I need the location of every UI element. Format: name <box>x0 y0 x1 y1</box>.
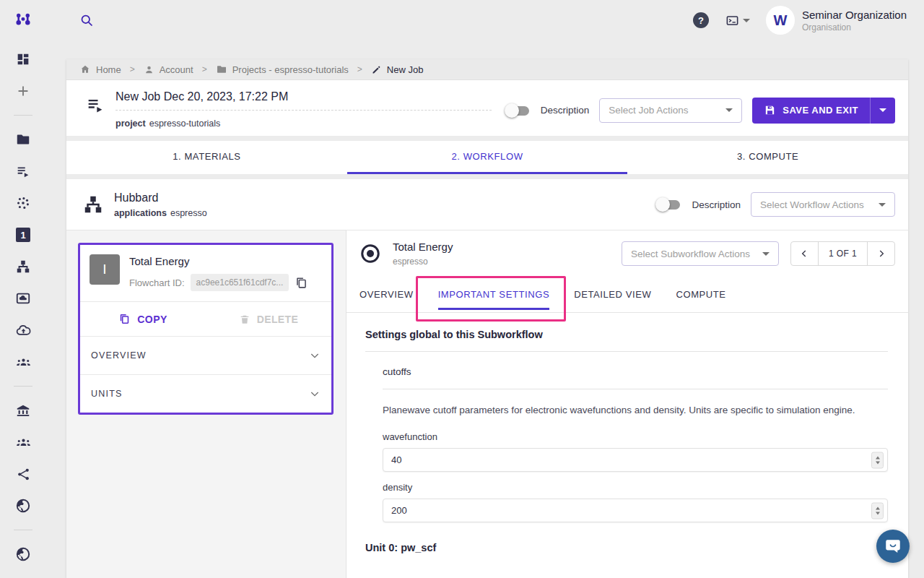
sidebar-divider <box>14 115 32 116</box>
breadcrumb-separator: > <box>200 64 209 74</box>
settings-heading: Settings global to this Subworkflow <box>365 329 888 352</box>
subworkflow-title: Total Energy <box>393 241 453 253</box>
sidebar: 1 <box>0 43 46 570</box>
sidebar-divider <box>14 386 32 387</box>
folder-icon[interactable] <box>14 131 32 148</box>
flowchart-id-value[interactable]: ac9ee1c651f61cdf7c... <box>191 274 289 291</box>
subworkflow-pane: Total Energy espresso Select Subworkflow… <box>346 230 908 578</box>
workflow-actions-select[interactable]: Select Workflow Actions <box>751 192 895 217</box>
pager-next-button[interactable] <box>868 242 894 265</box>
person-icon <box>144 64 154 75</box>
wavefunction-input[interactable] <box>383 448 888 472</box>
folder-icon <box>216 64 227 75</box>
field-label-density: density <box>383 482 888 493</box>
unit-card-total-energy[interactable]: I Total Energy Flowchart ID: ac9ee1c651f… <box>78 243 334 415</box>
chevron-down-icon <box>725 108 733 112</box>
workflow-header: Hubbard applicationsespresso Description… <box>66 179 908 230</box>
jobs-icon[interactable] <box>14 163 32 180</box>
tab-workflow[interactable]: 2. WORKFLOW <box>347 141 628 174</box>
step-up-icon <box>876 456 880 459</box>
tab-materials[interactable]: 1. MATERIALS <box>66 141 347 174</box>
globe-icon[interactable] <box>14 497 32 514</box>
group-description: Planewave cutoff parameters for electron… <box>383 389 888 427</box>
copy-icon <box>118 313 131 325</box>
chevron-right-icon <box>876 249 886 259</box>
wavefunction-stepper[interactable] <box>871 452 884 468</box>
dashboard-icon[interactable] <box>14 51 32 68</box>
breadcrumb-project[interactable]: Projects - espresso-tutorials <box>216 64 349 75</box>
wavefunction-field <box>383 448 888 472</box>
unit-badge: I <box>90 254 120 285</box>
tab-compute-sub[interactable]: COMPUTE <box>676 277 725 312</box>
help-icon[interactable]: ? <box>693 12 709 28</box>
flowchart-id-label: Flowchart ID: <box>129 277 185 288</box>
accordion-units[interactable]: UNITS <box>80 374 331 413</box>
unit-card-title: Total Energy <box>129 255 308 267</box>
density-stepper[interactable] <box>871 502 884 519</box>
materials-icon[interactable] <box>14 194 32 212</box>
subworkflow-actions-select[interactable]: Select Subworkflow Actions <box>622 241 779 266</box>
subworkflow-subtitle: espresso <box>393 256 453 267</box>
delete-unit-button[interactable]: DELETE <box>206 313 331 325</box>
density-input[interactable] <box>383 499 888 522</box>
workflows-icon[interactable] <box>14 258 32 275</box>
copy-id-icon[interactable] <box>295 276 308 290</box>
tab-overview[interactable]: OVERVIEW <box>359 277 414 312</box>
breadcrumb-account[interactable]: Account <box>144 64 193 75</box>
save-icon <box>764 104 776 116</box>
terminal-icon[interactable] <box>725 14 750 27</box>
subworkflow-radio-icon <box>359 243 381 264</box>
topbar: ? W Seminar Organization Organisation <box>0 0 924 40</box>
cloud-upload-icon[interactable] <box>14 322 32 339</box>
share-icon[interactable] <box>14 465 32 483</box>
description-toggle[interactable] <box>505 103 531 118</box>
step-down-icon <box>876 461 880 464</box>
avatar[interactable]: W <box>766 6 795 35</box>
save-and-exit-button[interactable]: SAVE AND EXIT <box>752 98 895 124</box>
plus-icon[interactable] <box>14 82 32 100</box>
pencil-icon <box>371 64 382 75</box>
breadcrumb-new-job[interactable]: New Job <box>371 64 424 75</box>
breadcrumb: Home > Account > Projects - espresso-tut… <box>66 59 908 80</box>
workflow-title: Hubbard <box>114 191 207 204</box>
chevron-down-icon <box>309 350 321 361</box>
workflow-tree-icon <box>82 194 104 215</box>
subworkflow-tabs: OVERVIEW IMPORTANT SETTINGS DETAILED VIE… <box>346 277 908 313</box>
pager-label: 1 OF 1 <box>818 242 868 265</box>
tab-important-settings[interactable]: IMPORTANT SETTINGS <box>438 277 550 312</box>
home-icon <box>79 64 91 75</box>
tab-compute[interactable]: 3. COMPUTE <box>627 141 908 174</box>
chevron-down-icon <box>879 203 886 207</box>
globe-partial-icon[interactable] <box>14 545 32 563</box>
pager-prev-button[interactable] <box>791 242 818 265</box>
section-gap <box>66 174 908 179</box>
chevron-left-icon <box>799 249 809 259</box>
chat-icon <box>884 537 902 556</box>
chat-button[interactable] <box>876 530 910 563</box>
logo-icon[interactable] <box>0 11 46 30</box>
search-icon[interactable] <box>79 13 95 28</box>
team-icon[interactable] <box>14 353 32 371</box>
chevron-down-icon <box>762 252 770 256</box>
job-step-tabs: 1. MATERIALS 2. WORKFLOW 3. COMPUTE <box>66 141 908 174</box>
job-header: New Job Dec 20, 2023, 17:22 PM projectes… <box>66 80 908 136</box>
bank-icon[interactable] <box>14 402 32 419</box>
tab-detailed-view[interactable]: DETAILED VIEW <box>574 277 651 312</box>
org-subtitle: Organisation <box>802 22 907 33</box>
workflow-description-toggle[interactable] <box>655 197 681 212</box>
number-one-icon[interactable]: 1 <box>14 226 32 243</box>
org-name: Seminar Organization <box>802 9 907 21</box>
trash-icon <box>239 314 250 325</box>
people-icon[interactable] <box>14 434 32 451</box>
accordion-overview[interactable]: OVERVIEW <box>80 337 331 374</box>
job-title-field[interactable]: New Job Dec 20, 2023, 17:22 PM <box>116 90 492 111</box>
subworkflow-pager: 1 OF 1 <box>790 241 895 266</box>
workflow-description-label: Description <box>692 199 741 210</box>
save-menu-caret[interactable] <box>871 98 895 124</box>
job-actions-select[interactable]: Select Job Actions <box>599 98 742 123</box>
copy-unit-button[interactable]: COPY <box>80 313 206 325</box>
account-menu[interactable]: W Seminar Organization Organisation <box>766 6 907 35</box>
cloud-box-icon[interactable] <box>14 290 32 307</box>
breadcrumb-home[interactable]: Home <box>79 64 121 75</box>
section-gap <box>66 136 908 141</box>
